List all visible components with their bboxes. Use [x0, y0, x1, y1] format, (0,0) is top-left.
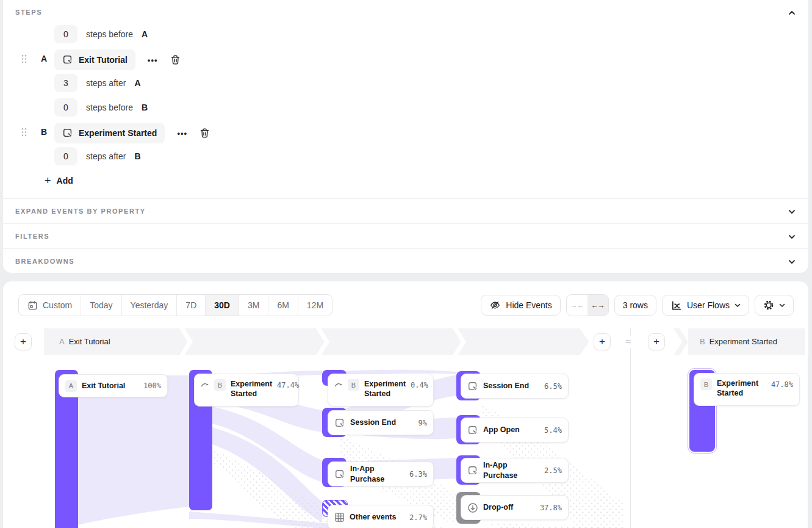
drop-off-icon [467, 502, 478, 513]
node-percent: 6.3% [409, 470, 427, 479]
node-name: Exit Tutorial [82, 381, 125, 391]
grid-icon [334, 512, 345, 523]
node-name: Experiment Started [231, 379, 272, 399]
flow-node-session-end[interactable]: Session End 9% [328, 410, 434, 435]
node-name: In-App Purchase [483, 460, 539, 480]
flow-node-session-end-2[interactable]: Session End 6.5% [461, 374, 569, 399]
flow-node-experiment-started-04[interactable]: B Experiment Started 0.4% [328, 374, 434, 407]
flow-node-app-open[interactable]: App Open 5.4% [461, 418, 569, 443]
node-name: Session End [350, 418, 396, 427]
cursor-click-icon [467, 381, 478, 392]
node-percent: 5.4% [544, 426, 562, 435]
node-percent: 6.5% [544, 382, 562, 391]
node-name: Experiment Started [364, 379, 406, 399]
cursor-click-icon [467, 425, 478, 436]
step-badge: B [700, 378, 712, 390]
node-percent: 100% [143, 382, 161, 390]
flow-node-other-events[interactable]: Other events 2.7% [328, 505, 434, 528]
flow-node-exit-tutorial[interactable]: A Exit Tutorial 100% [59, 374, 168, 397]
flow-break-approx-icon: ≈ [623, 336, 633, 348]
step-badge: B [214, 379, 226, 391]
cursor-click-icon [467, 465, 478, 476]
node-percent: 2.5% [544, 466, 562, 475]
node-percent: 0.4% [411, 381, 428, 389]
flow-node-drop-off[interactable]: Drop-off 37.8% [461, 495, 569, 520]
step-badge: B [348, 379, 359, 391]
node-percent: 47.8% [771, 380, 793, 389]
flow-node-in-app-purchase-2[interactable]: In-App Purchase 2.5% [461, 458, 569, 483]
continue-arrow-icon [334, 381, 343, 388]
node-percent: 9% [419, 419, 427, 427]
node-percent: 47.4% [277, 381, 299, 389]
cursor-click-icon [334, 418, 345, 429]
continue-arrow-icon [201, 381, 209, 388]
node-name: Drop-off [483, 502, 513, 512]
node-name: Experiment Started [717, 378, 766, 399]
node-percent: 37.8% [540, 504, 562, 512]
node-percent: 2.7% [409, 513, 427, 522]
flow-node-experiment-started-47[interactable]: B Experiment Started 47.4% [194, 374, 299, 407]
node-name: Other events [350, 512, 396, 522]
node-name: In-App Purchase [350, 464, 404, 484]
cursor-click-icon [334, 469, 345, 480]
flow-node-experiment-started-b[interactable]: B Experiment Started 47.8% [694, 373, 800, 406]
node-name: Session End [483, 381, 529, 391]
step-badge: A [65, 380, 77, 392]
flow-node-in-app-purchase[interactable]: In-App Purchase 6.3% [328, 461, 434, 486]
node-name: App Open [483, 425, 520, 435]
